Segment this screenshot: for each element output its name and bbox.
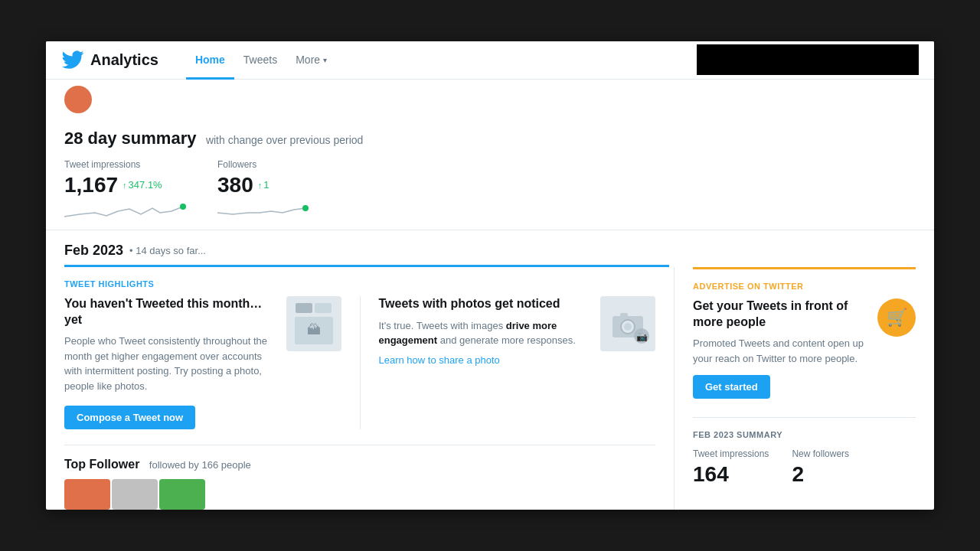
summary-subtitle: with change over previous period bbox=[206, 134, 363, 146]
nav-right-black-block bbox=[697, 44, 919, 75]
top-follower-section: Top Follower followed by 166 people bbox=[64, 445, 655, 510]
nav-links: Home Tweets More ▾ bbox=[186, 41, 697, 79]
top-follower-subtitle: followed by 166 people bbox=[149, 459, 251, 471]
feb-summary: FEB 2023 SUMMARY Tweet impressions 164 N… bbox=[693, 417, 916, 487]
follower-avatar-2 bbox=[112, 479, 158, 510]
svg-rect-6 bbox=[620, 313, 628, 318]
summary-section: 28 day summary with change over previous… bbox=[46, 113, 934, 230]
followers-change: ↑ 1 bbox=[258, 179, 270, 191]
navigation: Analytics Home Tweets More ▾ bbox=[46, 41, 934, 80]
tweet-impressions-label: Tweet impressions bbox=[64, 159, 187, 170]
tweet-impressions-change: ↑ 347.1% bbox=[122, 179, 162, 191]
impressions-sparkline bbox=[64, 197, 187, 220]
get-started-button[interactable]: Get started bbox=[693, 375, 770, 399]
followers-metric: Followers 380 ↑ 1 bbox=[217, 159, 309, 220]
logo-area: Analytics bbox=[61, 51, 174, 69]
no-tweets-card: You haven't Tweeted this month… yet Peop… bbox=[64, 296, 360, 430]
profile-strip bbox=[46, 80, 934, 113]
svg-text:📷: 📷 bbox=[636, 331, 648, 342]
photos-card-body: It's true. Tweets with images drive more… bbox=[379, 318, 589, 348]
rocket-icon: 🛒 bbox=[887, 308, 907, 328]
nav-home[interactable]: Home bbox=[186, 42, 234, 80]
feb-tweet-impressions: Tweet impressions 164 bbox=[693, 448, 769, 487]
metrics-row: Tweet impressions 1,167 ↑ 347.1% Followe… bbox=[64, 159, 916, 220]
main-content: TWEET HIGHLIGHTS You haven't Tweeted thi… bbox=[46, 267, 934, 510]
tweet-highlights-label: TWEET HIGHLIGHTS bbox=[64, 267, 655, 296]
top-follower-title: Top Follower bbox=[64, 458, 139, 471]
followers-value: 380 bbox=[217, 173, 253, 197]
chevron-down-icon: ▾ bbox=[323, 56, 327, 64]
feb-followers-value: 2 bbox=[792, 462, 849, 487]
app-title: Analytics bbox=[90, 51, 158, 69]
advertise-icon: 🛒 bbox=[877, 298, 916, 337]
svg-point-1 bbox=[302, 205, 309, 211]
feb-metrics: Tweet impressions 164 New followers 2 bbox=[693, 448, 916, 487]
followers-label: Followers bbox=[217, 159, 309, 170]
month-title: Feb 2023 bbox=[64, 243, 123, 259]
tweet-impressions-metric: Tweet impressions 1,167 ↑ 347.1% bbox=[64, 159, 187, 220]
image-placeholder-icon: 🏔 bbox=[286, 296, 341, 351]
camera-placeholder-icon: 📷 bbox=[600, 296, 655, 351]
tweet-impressions-value: 1,167 bbox=[64, 173, 118, 197]
summary-title: 28 day summary bbox=[64, 129, 196, 148]
feb-impressions-label: Tweet impressions bbox=[693, 448, 769, 459]
advertise-body: Promoted Tweets and content open up your… bbox=[693, 336, 868, 366]
feb-followers-label: New followers bbox=[792, 448, 849, 459]
right-panel: ADVERTISE ON TWITTER Get your Tweets in … bbox=[674, 267, 934, 510]
month-header: Feb 2023 • 14 days so far... bbox=[46, 230, 934, 259]
left-panel: TWEET HIGHLIGHTS You haven't Tweeted thi… bbox=[46, 267, 674, 510]
feb-new-followers: New followers 2 bbox=[792, 448, 849, 487]
feb-summary-label: FEB 2023 SUMMARY bbox=[693, 430, 916, 439]
photos-card-title: Tweets with photos get noticed bbox=[379, 296, 589, 312]
nav-tweets[interactable]: Tweets bbox=[234, 42, 286, 80]
nav-more[interactable]: More ▾ bbox=[286, 42, 336, 80]
avatar bbox=[64, 86, 92, 113]
no-tweets-body: People who Tweet consistently throughout… bbox=[64, 334, 274, 393]
learn-share-photo-link[interactable]: Learn how to share a photo bbox=[379, 354, 589, 366]
follower-avatar-1 bbox=[64, 479, 110, 510]
advertise-title: Get your Tweets in front of more people bbox=[693, 298, 868, 331]
compose-tweet-button[interactable]: Compose a Tweet now bbox=[64, 406, 195, 429]
svg-point-0 bbox=[180, 204, 186, 210]
advertise-card: Get your Tweets in front of more people … bbox=[693, 298, 916, 399]
followers-sparkline bbox=[217, 197, 309, 220]
up-arrow-icon: ↑ bbox=[258, 181, 263, 190]
photos-card: Tweets with photos get noticed It's true… bbox=[360, 296, 656, 430]
twitter-logo-icon bbox=[61, 51, 84, 69]
highlight-cards: You haven't Tweeted this month… yet Peop… bbox=[64, 296, 655, 430]
feb-impressions-value: 164 bbox=[693, 462, 769, 487]
svg-point-5 bbox=[624, 323, 632, 331]
no-tweets-title: You haven't Tweeted this month… yet bbox=[64, 296, 274, 328]
follower-avatar-3 bbox=[159, 479, 205, 510]
follower-avatars bbox=[64, 479, 655, 510]
month-subtitle: • 14 days so far... bbox=[129, 245, 206, 256]
advertise-label: ADVERTISE ON TWITTER bbox=[693, 267, 916, 298]
up-arrow-icon: ↑ bbox=[122, 181, 127, 190]
